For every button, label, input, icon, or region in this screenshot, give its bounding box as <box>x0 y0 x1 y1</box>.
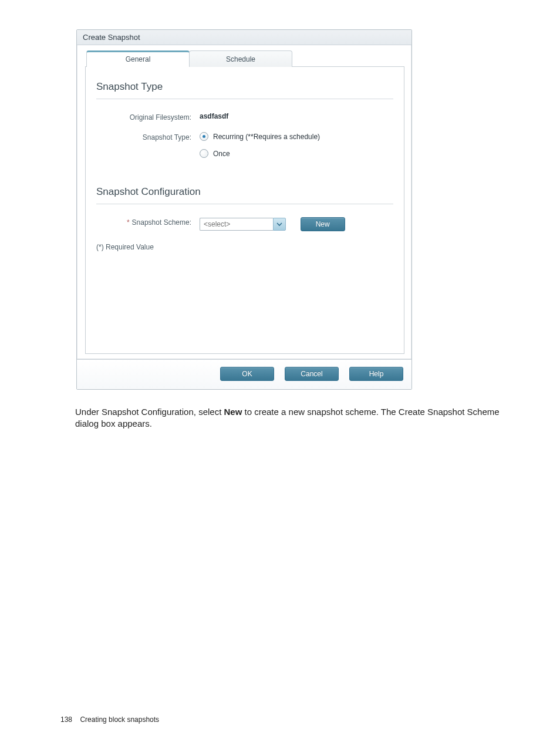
new-button[interactable]: New <box>301 217 345 231</box>
snapshot-scheme-input[interactable] <box>200 218 273 231</box>
tab-pane-general: Snapshot Type Original Filesystem: asdfa… <box>85 66 404 354</box>
cancel-button[interactable]: Cancel <box>285 367 339 381</box>
radio-icon <box>200 132 208 141</box>
page-number: 138 <box>60 715 72 724</box>
radio-option-once[interactable]: Once <box>200 149 393 158</box>
row-original-filesystem: Original Filesystem: asdfasdf <box>96 112 393 121</box>
row-snapshot-type: Snapshot Type: Recurring (**Requires a s… <box>96 132 393 166</box>
value-original-filesystem: asdfasdf <box>200 112 393 120</box>
radio-label-recurring: Recurring (**Requires a schedule) <box>213 133 320 141</box>
ok-button[interactable]: OK <box>220 367 274 381</box>
row-snapshot-scheme: *Snapshot Scheme: New <box>96 217 393 231</box>
create-snapshot-dialog: Create Snapshot General Schedule Snapsho… <box>76 29 412 390</box>
page-footer: 138 Creating block snapshots <box>60 715 159 724</box>
label-text-snapshot-scheme: Snapshot Scheme: <box>132 218 191 227</box>
divider <box>96 204 393 204</box>
section-title-snapshot-type: Snapshot Type <box>96 81 393 93</box>
caption-text-bold: New <box>224 407 242 417</box>
tab-schedule[interactable]: Schedule <box>189 50 292 67</box>
value-snapshot-scheme: New <box>200 217 393 231</box>
instruction-paragraph: Under Snapshot Configuration, select New… <box>75 406 515 430</box>
dialog-footer: OK Cancel Help <box>77 359 411 389</box>
snapshot-scheme-combobox[interactable] <box>200 218 286 231</box>
radio-icon <box>200 149 208 158</box>
chevron-down-icon <box>276 221 282 227</box>
help-button[interactable]: Help <box>349 367 403 381</box>
label-snapshot-scheme: *Snapshot Scheme: <box>96 217 200 227</box>
required-star-icon: * <box>127 218 130 227</box>
tab-strip: General Schedule <box>86 50 404 66</box>
footer-section-title: Creating block snapshots <box>80 715 159 724</box>
combobox-dropdown-button[interactable] <box>273 218 286 231</box>
section-title-snapshot-configuration: Snapshot Configuration <box>96 186 393 198</box>
value-snapshot-type: Recurring (**Requires a schedule) Once <box>200 132 393 166</box>
required-value-note: (*) Required Value <box>96 243 393 251</box>
radio-dot-icon <box>203 135 205 138</box>
dialog-title: Create Snapshot <box>77 30 411 45</box>
tab-general[interactable]: General <box>86 50 190 67</box>
divider <box>96 99 393 99</box>
label-snapshot-type: Snapshot Type: <box>96 132 200 141</box>
document-page: Create Snapshot General Schedule Snapsho… <box>0 0 560 746</box>
caption-text-pre: Under Snapshot Configuration, select <box>75 407 224 417</box>
dialog-body: General Schedule Snapshot Type Original … <box>77 45 411 359</box>
radio-label-once: Once <box>213 150 230 158</box>
label-original-filesystem: Original Filesystem: <box>96 112 200 121</box>
radio-option-recurring[interactable]: Recurring (**Requires a schedule) <box>200 132 393 141</box>
